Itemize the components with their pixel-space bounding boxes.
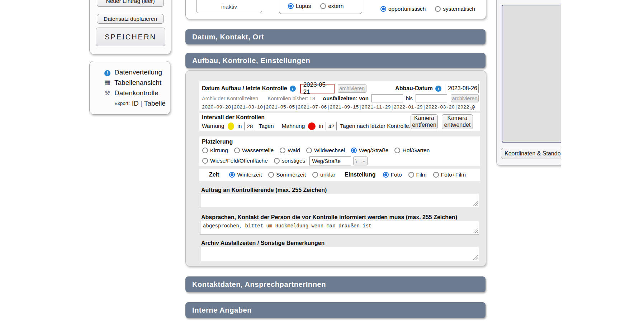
sidebar-item-datenkontrolle[interactable]: ⚒ Datenkontrolle — [90, 88, 170, 98]
placement-title-row: Platzierung — [202, 138, 233, 145]
radio-option-foto-film[interactable]: Foto+Film — [433, 172, 466, 178]
aufbau-section-card: Datum Aufbau / letzte Kontrolle i 2023-0… — [185, 70, 486, 266]
radio-icon[interactable] — [380, 6, 386, 12]
info-icon[interactable]: i — [290, 86, 296, 92]
section-bar-datum[interactable]: Datum, Kontakt, Ort — [185, 29, 486, 44]
setup-date-input[interactable]: 2023-05-21 — [300, 84, 335, 93]
bemerkungen-label-row: Archiv Ausfallzeiten / Sonstige Bemerkun… — [201, 240, 325, 246]
interval-title: Intervall der Kontrollen — [202, 114, 265, 121]
sidebar-item-tabellenansicht[interactable]: ▦ Tabellenansicht — [90, 77, 170, 88]
radio-icon[interactable] — [312, 172, 318, 178]
downtime-from-input[interactable] — [371, 94, 403, 102]
archive-times-link[interactable]: Archiv der Kontrollzeiten — [202, 96, 258, 101]
interval-title-row: Intervall der Kontrollen — [202, 114, 265, 121]
info-icon[interactable]: i — [435, 86, 441, 92]
coordinates-button[interactable]: Koordinaten & Standort — [501, 148, 561, 159]
archive-date-button[interactable]: archivieren — [338, 84, 366, 93]
duplicate-record-button[interactable]: Datensatz duplizieren — [97, 14, 164, 24]
placement-title: Platzierung — [202, 139, 233, 145]
teardown-date-label: Abbau-Datum — [395, 85, 433, 92]
radio-icon[interactable] — [274, 158, 280, 164]
sidebar-item-datenverteilung[interactable]: i Datenverteilung — [90, 67, 170, 77]
radio-icon[interactable] — [202, 148, 208, 153]
warning-days-input[interactable]: 28 — [244, 122, 255, 130]
radio-option-hof-garten[interactable]: Hof/Garten — [394, 147, 430, 154]
save-label: SPEICHERN — [105, 33, 156, 41]
section-bar-aufbau[interactable]: Aufbau, Kontrolle, Einstellungen — [185, 53, 486, 68]
export-id-link[interactable]: ID — [132, 100, 139, 107]
radio-icon[interactable] — [383, 172, 389, 178]
radio-option-sommerzeit[interactable]: Sommerzeit — [268, 172, 306, 178]
map-panel-card: Koordinaten & Standort — [496, 0, 561, 165]
table-icon: ▦ — [103, 79, 111, 86]
section-bar-kontaktdaten[interactable]: Kontaktdaten, AnsprechpartnerInnen — [185, 276, 486, 292]
radio-icon[interactable] — [408, 172, 414, 178]
radio-option-lupus[interactable]: Lupus — [288, 3, 311, 9]
resize-grip-icon[interactable] — [473, 201, 478, 206]
radio-option-wasserstelle[interactable]: Wasserstelle — [234, 147, 274, 154]
control-dates-field[interactable]: 2020-09-28|2021-03-10|2021-05-05|2021-07… — [202, 103, 479, 111]
section-bar-interne-angaben[interactable]: Interne Angaben — [185, 302, 486, 318]
radio-icon[interactable] — [268, 172, 274, 178]
radio-icon[interactable] — [306, 148, 312, 153]
absprachen-textarea[interactable]: abgesprochen, bittet um Rückmeldung wenn… — [200, 221, 479, 235]
radio-icon[interactable] — [351, 148, 357, 153]
radio-icon[interactable] — [394, 148, 400, 153]
resize-grip-icon[interactable] — [473, 228, 478, 233]
export-table-link[interactable]: Tabelle — [144, 100, 166, 107]
camera-stolen-button[interactable]: Kamera entwendet — [442, 114, 473, 129]
save-button[interactable]: SPEICHERN — [96, 28, 165, 46]
camera-remove-line2: entfernen — [412, 122, 436, 129]
radio-icon[interactable] — [229, 172, 235, 178]
radio-option-systematisch[interactable]: systematisch — [435, 6, 475, 12]
radio-option-sonstiges[interactable]: sonstiges — [274, 158, 305, 164]
downtime-until-input[interactable] — [416, 94, 447, 102]
reminder-days-input[interactable]: 42 — [326, 122, 337, 130]
absprachen-value: abgesprochen, bittet um Rückmeldung wenn… — [203, 223, 371, 229]
camera-stolen-line2: entwendet — [444, 122, 471, 129]
radio-icon[interactable] — [234, 148, 240, 153]
bemerkungen-textarea[interactable] — [200, 247, 479, 261]
radio-icon[interactable] — [435, 6, 441, 12]
map-placeholder[interactable] — [502, 5, 561, 143]
inactive-button[interactable]: inaktiv — [196, 0, 262, 13]
radio-label: Foto — [391, 172, 402, 178]
warning-dot-icon — [228, 122, 234, 130]
radio-option-extern[interactable]: extern — [320, 3, 344, 9]
radio-option-wiese[interactable]: Wiese/Feld/Offenfläche — [202, 158, 268, 164]
downtime-until-label: bis — [406, 95, 413, 101]
radio-option-winterzeit[interactable]: Winterzeit — [229, 172, 262, 178]
info-icon: i — [103, 68, 111, 76]
source-radio-group: Lupus extern — [279, 0, 362, 14]
mode-radio-group: opportunistisch systematisch — [380, 5, 475, 13]
warning-unit-label: Tagen — [259, 123, 274, 129]
placement-other-input[interactable]: Weg/Straße — [309, 156, 351, 165]
radio-option-film[interactable]: Film — [408, 172, 427, 178]
setup-date-value: 2023-05-21 — [303, 81, 334, 96]
teardown-date-input[interactable]: 2023-08-26 — [445, 84, 479, 93]
radio-option-weg-strasse[interactable]: Weg/Straße — [351, 147, 388, 154]
radio-option-unklar[interactable]: unklar — [312, 172, 335, 178]
new-entry-button[interactable]: Neuer Eintrag (leer) — [97, 0, 164, 7]
radio-icon[interactable] — [202, 158, 208, 164]
reminder-unit-label: Tagen nach letzter Kontrolle. — [340, 123, 410, 129]
resize-grip-icon[interactable] — [473, 255, 478, 260]
placement-other-value: Weg/Straße — [312, 158, 341, 164]
radio-option-opportunistisch[interactable]: opportunistisch — [380, 6, 426, 12]
radio-icon[interactable] — [320, 3, 326, 9]
downtime-archive-button[interactable]: archivieren — [451, 94, 479, 102]
placement-dropdown[interactable]: \ ⌄ — [353, 156, 368, 165]
radio-option-wald[interactable]: Wald — [280, 147, 300, 154]
radio-icon[interactable] — [433, 172, 439, 178]
downtime-archive-label: archivieren — [452, 96, 478, 101]
radio-label: Kirrung — [210, 147, 228, 154]
camera-remove-button[interactable]: Kamera entfernen — [411, 114, 438, 129]
absprachen-label: Absprachen, Kontakt der Person die vor K… — [201, 214, 457, 221]
radio-option-wildwechsel[interactable]: Wildwechsel — [306, 147, 345, 154]
auftrag-textarea[interactable] — [200, 194, 479, 207]
radio-option-kirrung[interactable]: Kirrung — [202, 147, 228, 154]
radio-icon[interactable] — [288, 3, 294, 9]
radio-icon[interactable] — [280, 148, 285, 153]
radio-option-foto[interactable]: Foto — [383, 172, 402, 178]
sidebar-item-export: Export: ID | Tabelle — [90, 98, 170, 109]
